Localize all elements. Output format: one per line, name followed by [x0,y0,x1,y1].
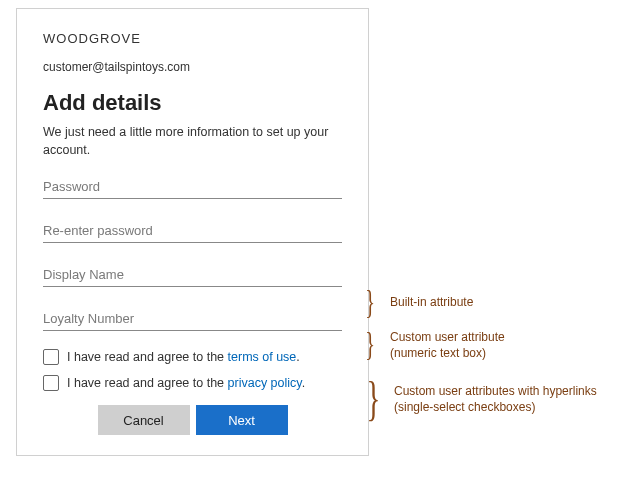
user-email: customer@tailspintoys.com [43,60,342,74]
terms-checkbox[interactable] [43,349,59,365]
annotation-line: Custom user attribute [390,330,505,344]
annotation-custom-numeric: Custom user attribute (numeric text box) [390,330,505,361]
password-input[interactable] [43,173,342,199]
terms-period: . [296,350,299,364]
terms-link[interactable]: terms of use [228,350,297,364]
privacy-label: I have read and agree to the privacy pol… [67,376,305,390]
annotation-custom-checkbox: Custom user attributes with hyperlinks (… [394,384,597,415]
signup-card: WOODGROVE customer@tailspintoys.com Add … [16,8,369,456]
annotation-line: (numeric text box) [390,346,486,360]
annotation-line: Custom user attributes with hyperlinks [394,384,597,398]
page-title: Add details [43,90,342,116]
next-button[interactable]: Next [196,405,288,435]
privacy-prefix: I have read and agree to the [67,376,228,390]
terms-label: I have read and agree to the terms of us… [67,350,300,364]
brace-icon: } [367,375,381,423]
brace-icon: } [365,327,375,361]
loyalty-number-input[interactable] [43,305,342,331]
display-name-input[interactable] [43,261,342,287]
terms-row: I have read and agree to the terms of us… [43,349,342,365]
terms-prefix: I have read and agree to the [67,350,228,364]
privacy-link[interactable]: privacy policy [228,376,302,390]
annotation-builtin: Built-in attribute [390,295,473,311]
brace-icon: } [365,285,375,319]
button-row: Cancel Next [43,405,342,435]
privacy-row: I have read and agree to the privacy pol… [43,375,342,391]
cancel-button[interactable]: Cancel [98,405,190,435]
page-subtitle: We just need a little more information t… [43,124,342,159]
reenter-password-input[interactable] [43,217,342,243]
annotation-line: (single-select checkboxes) [394,400,535,414]
privacy-period: . [302,376,305,390]
brand-name: WOODGROVE [43,31,342,46]
privacy-checkbox[interactable] [43,375,59,391]
